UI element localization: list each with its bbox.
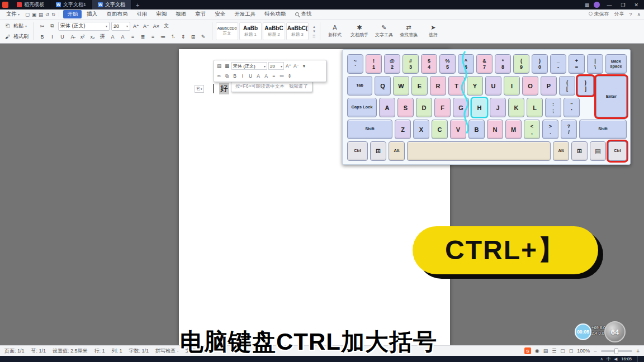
menu-item[interactable]: 安全 <box>211 10 229 18</box>
key-'[interactable]: "' <box>564 98 580 117</box>
tool-new-style[interactable]: A新样式 <box>324 25 346 38</box>
mini-size-select[interactable]: 20▾ <box>268 62 284 70</box>
zoom-slider-knob[interactable] <box>614 348 618 354</box>
paste-button[interactable]: ⎗粘贴▾ <box>3 22 29 30</box>
key-`[interactable]: ~` <box>347 54 363 74</box>
key-x[interactable]: X <box>413 120 429 139</box>
undo-icon[interactable]: ↺ <box>45 12 49 17</box>
menu-search[interactable]: 查找 <box>292 11 311 18</box>
increase-font-icon[interactable]: A⁺ <box>132 22 140 30</box>
ctrl-right-key[interactable]: Ctrl <box>608 141 627 161</box>
key-/[interactable]: ?/ <box>561 120 577 139</box>
key-t[interactable]: T <box>448 76 465 96</box>
key-\[interactable]: |\ <box>587 54 603 74</box>
text-effects-icon[interactable]: 文 <box>162 22 171 30</box>
subscript-icon[interactable]: x₂ <box>88 32 97 41</box>
highlighter-icon[interactable]: ✎ <box>199 32 207 41</box>
superscript-icon[interactable]: x² <box>78 32 87 41</box>
key-c[interactable]: C <box>432 120 448 139</box>
key-9[interactable]: (9 <box>513 54 529 74</box>
decrease-font-icon[interactable]: A⁻ <box>293 63 300 70</box>
zoom-slider[interactable] <box>601 350 632 352</box>
mini-font-select[interactable]: 宋体 (正文)▾ <box>231 62 267 70</box>
sync-status[interactable]: 未保存 <box>589 11 609 18</box>
cut-icon[interactable]: ✂ <box>216 73 222 80</box>
key--[interactable]: _- <box>550 54 566 74</box>
shading-icon[interactable]: ⊞ <box>189 32 197 41</box>
key-g[interactable]: G <box>453 98 469 117</box>
copy-icon[interactable]: ⧉ <box>48 22 56 30</box>
key-k[interactable]: K <box>508 98 524 117</box>
volume-icon[interactable]: ◀ <box>614 356 617 361</box>
key-q[interactable]: Q <box>375 76 391 96</box>
align-center-icon[interactable]: ≣ <box>139 32 147 41</box>
wps-logo-icon[interactable] <box>2 2 8 8</box>
web-view-icon[interactable]: ▢ <box>560 348 565 354</box>
backspace-key[interactable]: Back space <box>605 54 627 74</box>
titlebar-tab[interactable]: 稻壳模板 <box>11 0 50 9</box>
win-key[interactable]: ⊞ <box>571 141 588 161</box>
key-y[interactable]: Y <box>467 76 483 96</box>
apps-grid-icon[interactable]: ▦ <box>585 2 590 8</box>
capslock-key[interactable]: Caps Lock <box>347 98 377 117</box>
italic-icon[interactable]: I <box>239 73 246 80</box>
file-menu[interactable]: 文件▾ <box>3 11 22 18</box>
key-e[interactable]: E <box>411 76 428 96</box>
key-w[interactable]: W <box>393 76 409 96</box>
tab-key[interactable]: Tab <box>347 76 372 96</box>
key-.[interactable]: >. <box>542 120 558 139</box>
key-z[interactable]: Z <box>395 120 411 139</box>
eye-protect-icon[interactable]: ◉ <box>535 348 539 354</box>
menu-item[interactable]: 章节 <box>191 10 210 18</box>
align-icon[interactable]: ≡ <box>271 73 277 80</box>
recorder-tray-icon[interactable]: S <box>524 347 531 354</box>
print-icon[interactable]: ▤ <box>39 12 43 17</box>
highlight-icon[interactable]: A <box>255 73 262 80</box>
bold-icon[interactable]: B <box>231 73 238 80</box>
menu-item[interactable]: 开始 <box>63 10 82 18</box>
style-card[interactable]: AaBb标题 1 <box>239 22 262 40</box>
key-b[interactable]: B <box>468 120 485 139</box>
shift-left-key[interactable]: Shift <box>347 120 392 139</box>
avatar[interactable] <box>594 2 600 8</box>
key-[[interactable]: {[ <box>559 76 575 96</box>
underline-icon[interactable]: U <box>247 73 254 80</box>
tool-select[interactable]: ➤选择 <box>422 25 444 38</box>
key-8[interactable]: *8 <box>495 54 511 74</box>
page-view-icon[interactable]: ▤ <box>543 348 548 354</box>
cut-icon[interactable]: ✂ <box>38 22 46 30</box>
key-s[interactable]: S <box>397 98 414 117</box>
fullscreen-icon[interactable]: ◻ <box>569 348 573 354</box>
pinyin-icon[interactable]: 拼 <box>98 32 107 41</box>
ime-icon[interactable]: 中 <box>607 356 611 362</box>
page-icon[interactable]: ▤ <box>216 63 222 70</box>
key-;[interactable]: :; <box>545 98 561 117</box>
menu-key[interactable]: ▤ <box>590 141 606 161</box>
help-icon[interactable]: ? <box>629 12 632 17</box>
menu-item[interactable]: 页面布局 <box>102 10 131 18</box>
zoom-level[interactable]: 100% <box>577 348 590 354</box>
menu-item[interactable]: 开发工具 <box>230 10 259 18</box>
style-card[interactable]: AaBbCcDd正文 <box>216 22 238 40</box>
document-text[interactable]: 好 <box>219 83 229 94</box>
menu-item[interactable]: 特色功能 <box>261 10 290 18</box>
key-i[interactable]: I <box>504 76 520 96</box>
key-5[interactable]: %5 <box>439 54 456 74</box>
align-right-icon[interactable]: ≡ <box>149 32 157 41</box>
key-4[interactable]: $4 <box>421 54 437 74</box>
key-f[interactable]: F <box>434 98 451 117</box>
font-name-select[interactable]: 宋体 (正文)▾ <box>58 22 110 31</box>
key-7[interactable]: &7 <box>476 54 493 74</box>
align-left-icon[interactable]: ≡ <box>129 32 137 41</box>
ctrl-left-key[interactable]: Ctrl <box>347 141 368 161</box>
clock[interactable]: 16:05 <box>621 356 632 361</box>
menu-item[interactable]: 审阅 <box>152 10 171 18</box>
key-2[interactable]: @2 <box>384 54 400 74</box>
key-v[interactable]: V <box>450 120 466 139</box>
zoom-out-button[interactable]: − <box>594 348 597 354</box>
redo-icon[interactable]: ↻ <box>51 12 55 17</box>
gallery-up-icon[interactable]: ▲ <box>312 25 316 28</box>
key-=[interactable]: += <box>569 54 585 74</box>
key-d[interactable]: D <box>416 98 432 117</box>
space-key[interactable] <box>407 141 551 161</box>
